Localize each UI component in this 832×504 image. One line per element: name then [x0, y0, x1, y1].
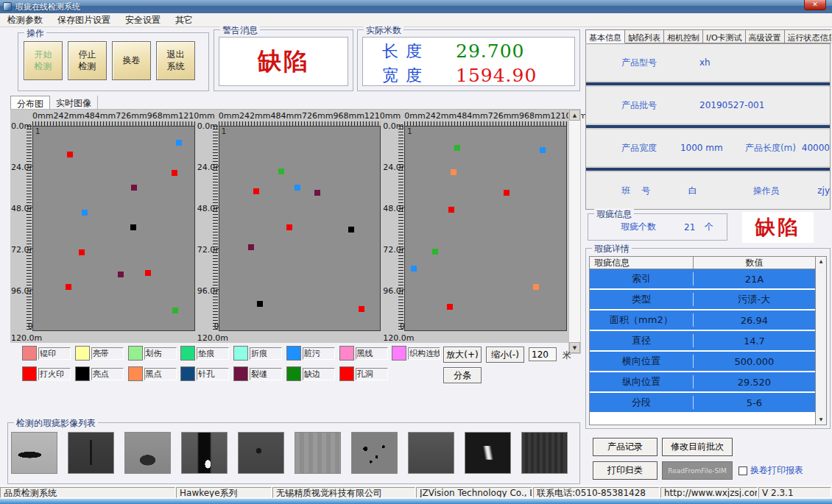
- defect-point[interactable]: [253, 188, 259, 194]
- defect-thumbnail-10[interactable]: [521, 432, 568, 474]
- defect-point[interactable]: [131, 185, 137, 191]
- detail-field-value: 污渍-大: [694, 293, 815, 306]
- tab-realtime-image[interactable]: 实时图像: [50, 96, 98, 109]
- defect-point[interactable]: [176, 140, 182, 146]
- defect-point[interactable]: [257, 301, 263, 307]
- legend-label-box[interactable]: 垫痕: [197, 347, 229, 360]
- print-report-checkbox[interactable]: [738, 466, 747, 475]
- tab-camera-control[interactable]: 相机控制: [664, 29, 703, 43]
- status-segment: Hawkeye系列: [176, 487, 272, 498]
- defect-point[interactable]: [359, 306, 364, 312]
- defect-point[interactable]: [540, 147, 546, 153]
- legend-label-box[interactable]: 缺边: [303, 368, 335, 380]
- legend-label-box[interactable]: 打火印: [38, 368, 71, 380]
- change-roll-button[interactable]: 换卷: [112, 41, 151, 80]
- range-input[interactable]: [529, 347, 557, 361]
- defect-point[interactable]: [454, 145, 460, 151]
- print-classify-button[interactable]: 打印归类: [593, 461, 658, 480]
- legend-label-box[interactable]: 折痕: [250, 347, 282, 360]
- legend-label-box[interactable]: 辊印: [38, 347, 71, 360]
- defect-point[interactable]: [118, 271, 124, 277]
- defect-point[interactable]: [79, 249, 85, 255]
- x-tick-label: 726mm: [302, 111, 333, 121]
- defect-point[interactable]: [248, 244, 254, 250]
- tab-distribution-map[interactable]: 分布图: [10, 96, 50, 109]
- detail-table-row[interactable]: 面积（mm2）26.94: [590, 310, 815, 331]
- defect-thumbnail-1[interactable]: [11, 432, 57, 474]
- defect-thumbnail-3[interactable]: [124, 432, 171, 474]
- legend-label-box[interactable]: 亮带: [91, 347, 124, 360]
- defect-point[interactable]: [145, 270, 151, 276]
- chart-vertical-scrollbar[interactable]: ▲ ▼: [568, 109, 581, 354]
- legend-label-box[interactable]: 裂缝: [250, 368, 282, 380]
- modify-current-batch-button[interactable]: 修改目前批次: [662, 438, 733, 456]
- detail-table-row[interactable]: 类型污渍-大: [590, 290, 815, 310]
- defect-point[interactable]: [504, 190, 510, 196]
- detail-table-row[interactable]: 索引21A: [590, 269, 815, 290]
- width-row: 宽度 1594.90: [382, 63, 574, 88]
- defect-point[interactable]: [448, 207, 454, 213]
- tab-advanced-settings[interactable]: 高级设置: [746, 29, 785, 43]
- defect-thumbnail-5[interactable]: [238, 432, 284, 474]
- exit-system-button[interactable]: 退出 系统: [156, 41, 195, 80]
- close-button[interactable]: ✕: [804, 0, 826, 10]
- defect-point[interactable]: [172, 308, 178, 313]
- detail-table-row[interactable]: 直径14.7: [590, 331, 815, 352]
- chart-panel: 0mm242mm484mm726mm968mm1210mm0.0m24.0m48…: [10, 110, 197, 343]
- defect-point[interactable]: [314, 190, 320, 196]
- defect-point[interactable]: [82, 210, 88, 216]
- legend-label-box[interactable]: 黑点: [144, 368, 177, 380]
- detail-table-row[interactable]: 分段5-6: [590, 393, 815, 414]
- scroll-up-icon[interactable]: ▲: [569, 110, 580, 121]
- defect-point[interactable]: [278, 168, 284, 174]
- legend-label-box[interactable]: 黑线: [356, 347, 388, 360]
- defect-point[interactable]: [447, 304, 453, 310]
- defect-thumbnail-7[interactable]: [351, 432, 398, 474]
- menu-item[interactable]: 安全设置: [118, 13, 168, 27]
- defect-point[interactable]: [67, 152, 73, 157]
- stop-detection-button[interactable]: 停止 检测: [68, 41, 107, 80]
- legend-label-box[interactable]: 孔洞: [356, 368, 388, 380]
- zoom-out-button[interactable]: 缩小(-): [486, 347, 524, 363]
- menu-item[interactable]: 其它: [168, 13, 200, 27]
- defect-point[interactable]: [348, 227, 354, 233]
- defect-thumbnail-4[interactable]: [181, 432, 228, 474]
- detail-table-scrollbar[interactable]: ▲ ▼: [815, 257, 826, 425]
- zoom-in-button[interactable]: 放大(+): [443, 347, 482, 363]
- defect-point[interactable]: [432, 249, 438, 255]
- product-record-button[interactable]: 产品记录: [593, 438, 658, 456]
- defect-thumbnail-6[interactable]: [295, 432, 341, 474]
- defect-point[interactable]: [130, 224, 136, 230]
- legend-label-box[interactable]: 针孔: [197, 368, 229, 380]
- x-tick-label: 0mm: [219, 111, 239, 121]
- row-separator: [586, 166, 830, 172]
- menu-item[interactable]: 检测参数: [0, 13, 50, 27]
- scroll-up-icon[interactable]: ▲: [816, 257, 826, 266]
- defect-point[interactable]: [295, 185, 300, 191]
- legend-label-box[interactable]: 划伤: [144, 347, 177, 360]
- defect-point[interactable]: [286, 224, 292, 230]
- detail-header-value: 数值: [694, 257, 815, 269]
- defect-point[interactable]: [66, 284, 71, 290]
- defect-thumbnail-8[interactable]: [408, 432, 454, 474]
- legend-label-box[interactable]: 亮点: [91, 368, 124, 380]
- tab-basic-info[interactable]: 基本信息: [585, 29, 625, 43]
- defect-point[interactable]: [411, 266, 417, 271]
- split-button[interactable]: 分条: [443, 367, 482, 383]
- detail-table-row[interactable]: 横向位置500.000: [590, 352, 815, 372]
- legend-label-box[interactable]: 脏污: [303, 347, 335, 360]
- tab-defect-list[interactable]: 缺陷列表: [625, 29, 664, 43]
- legend-label-box[interactable]: 织构连线: [408, 347, 440, 360]
- scroll-down-icon[interactable]: ▼: [816, 415, 826, 425]
- defect-point[interactable]: [451, 169, 456, 175]
- tab-run-status[interactable]: 运行状态信息: [785, 29, 831, 43]
- detail-table-row[interactable]: 纵向位置29.520: [590, 372, 815, 393]
- x-tick-label: 968mm: [519, 111, 550, 121]
- defect-point[interactable]: [533, 284, 539, 290]
- defect-thumbnail-2[interactable]: [68, 432, 114, 474]
- tab-io-card-test[interactable]: I/O卡测试: [703, 29, 746, 43]
- defect-point[interactable]: [172, 170, 177, 176]
- defect-thumbnail-9[interactable]: [465, 432, 511, 474]
- menu-item[interactable]: 保存图片设置: [50, 13, 118, 27]
- start-detection-button[interactable]: 开始 检测: [24, 41, 63, 80]
